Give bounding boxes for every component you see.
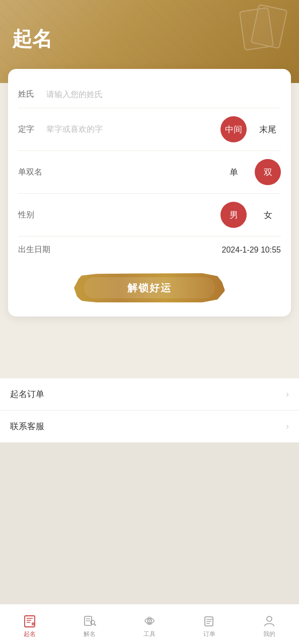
svg-point-17 [267, 616, 272, 621]
nav-item-naming[interactable]: 起名 [0, 604, 60, 644]
gender-toggle-group: 男 女 [220, 202, 281, 228]
svg-line-9 [94, 624, 96, 625]
surname-row: 姓氏 [18, 81, 281, 108]
single-double-toggle-group: 单 双 [220, 159, 281, 185]
submit-brush-bg: 解锁好运 [74, 273, 225, 302]
nav-label-mine: 我的 [263, 630, 275, 638]
surname-label: 姓氏 [18, 89, 46, 100]
nav-label-orderlist: 订单 [203, 630, 215, 638]
birthdate-row: 出生日期 2024-1-29 10:55 [18, 236, 281, 263]
chevron-right-icon: › [286, 389, 289, 399]
chevron-right-icon-2: › [286, 421, 289, 432]
bottom-nav: 起名 解名 工具 [0, 604, 299, 644]
decode-icon [83, 614, 97, 628]
submit-wrap: 解锁好运 [18, 273, 281, 302]
dingzi-option-end[interactable]: 末尾 [255, 116, 281, 142]
list-item-orders[interactable]: 起名订单 › [0, 378, 299, 411]
double-option[interactable]: 双 [255, 159, 281, 185]
mine-icon [262, 614, 276, 628]
nav-item-tools[interactable]: 工具 [120, 604, 180, 644]
dingzi-input[interactable] [46, 125, 220, 134]
nav-item-mine[interactable]: 我的 [239, 604, 299, 644]
gender-label: 性别 [18, 210, 46, 220]
orderlist-icon [202, 614, 216, 628]
gray-area [0, 443, 299, 604]
svg-rect-4 [32, 622, 34, 625]
list-section: 起名订单 › 联系客服 › [0, 378, 299, 443]
main-content: 姓氏 定字 中间 末尾 单双名 单 双 性别 男 女 [0, 69, 299, 370]
single-double-row: 单双名 单 双 [18, 151, 281, 194]
page-title: 起名 [12, 25, 287, 53]
submit-button[interactable]: 解锁好运 [74, 273, 225, 302]
tools-icon [142, 614, 157, 628]
dingzi-option-middle[interactable]: 中间 [220, 116, 247, 142]
nav-item-decode[interactable]: 解名 [60, 604, 120, 644]
list-item-support-label: 联系客服 [10, 421, 286, 432]
birthdate-value[interactable]: 2024-1-29 10:55 [222, 246, 281, 255]
gender-male[interactable]: 男 [220, 202, 247, 228]
svg-point-11 [148, 620, 150, 622]
dingzi-label: 定字 [18, 124, 46, 135]
surname-input[interactable] [46, 90, 281, 99]
single-double-label: 单双名 [18, 167, 46, 178]
nav-label-naming: 起名 [24, 630, 36, 638]
gender-female[interactable]: 女 [255, 202, 281, 228]
list-item-support[interactable]: 联系客服 › [0, 411, 299, 443]
single-option[interactable]: 单 [220, 159, 247, 185]
list-item-orders-label: 起名订单 [10, 388, 286, 400]
nav-label-decode: 解名 [84, 630, 96, 638]
naming-icon [23, 614, 37, 628]
dingzi-toggle-group: 中间 末尾 [220, 116, 281, 142]
dingzi-row: 定字 中间 末尾 [18, 108, 281, 151]
birthdate-label: 出生日期 [18, 245, 50, 255]
nav-label-tools: 工具 [143, 630, 156, 638]
gender-row: 性别 男 女 [18, 194, 281, 236]
form-card: 姓氏 定字 中间 末尾 单双名 单 双 性别 男 女 [8, 69, 291, 316]
nav-item-orderlist[interactable]: 订单 [179, 604, 239, 644]
